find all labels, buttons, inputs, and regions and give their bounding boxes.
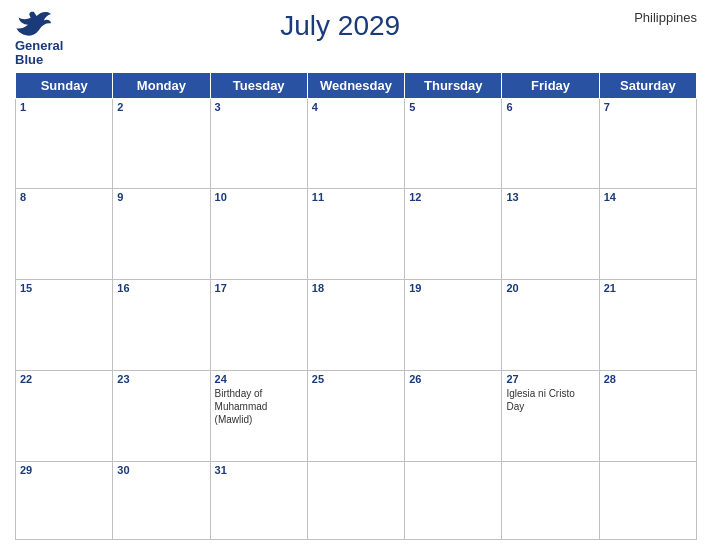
- day-number: 31: [215, 464, 303, 476]
- days-header-row: Sunday Monday Tuesday Wednesday Thursday…: [16, 72, 697, 98]
- calendar-cell: 3: [210, 98, 307, 189]
- calendar-cell: 20: [502, 280, 599, 371]
- day-number: 8: [20, 191, 108, 203]
- calendar-cell: 19: [405, 280, 502, 371]
- day-number: 27: [506, 373, 594, 385]
- day-number: 14: [604, 191, 692, 203]
- calendar-cell: 18: [307, 280, 404, 371]
- day-number: 9: [117, 191, 205, 203]
- day-number: 12: [409, 191, 497, 203]
- calendar-cell: 15: [16, 280, 113, 371]
- holiday-label: Birthday of Muhammad (Mawlid): [215, 387, 303, 426]
- calendar-cell: 13: [502, 189, 599, 280]
- calendar-cell: 10: [210, 189, 307, 280]
- calendar-cell: 16: [113, 280, 210, 371]
- calendar-cell: 8: [16, 189, 113, 280]
- calendar-page: General Blue July 2029 Philippines Sunda…: [0, 0, 712, 550]
- calendar-cell: 7: [599, 98, 696, 189]
- logo-line2: Blue: [15, 53, 63, 67]
- col-wednesday: Wednesday: [307, 72, 404, 98]
- day-number: 4: [312, 101, 400, 113]
- page-header: General Blue July 2029 Philippines: [15, 10, 697, 68]
- logo-icon: [15, 10, 51, 38]
- day-number: 25: [312, 373, 400, 385]
- day-number: 15: [20, 282, 108, 294]
- calendar-cell: 25: [307, 370, 404, 461]
- calendar-week-2: 891011121314: [16, 189, 697, 280]
- day-number: 18: [312, 282, 400, 294]
- day-number: 24: [215, 373, 303, 385]
- calendar-cell: 2: [113, 98, 210, 189]
- col-monday: Monday: [113, 72, 210, 98]
- calendar-week-5: 293031: [16, 461, 697, 539]
- day-number: 7: [604, 101, 692, 113]
- day-number: 29: [20, 464, 108, 476]
- calendar-title: July 2029: [63, 10, 617, 42]
- calendar-cell: [599, 461, 696, 539]
- day-number: 6: [506, 101, 594, 113]
- calendar-cell: 1: [16, 98, 113, 189]
- calendar-cell: 11: [307, 189, 404, 280]
- col-friday: Friday: [502, 72, 599, 98]
- calendar-cell: 5: [405, 98, 502, 189]
- calendar-cell: 22: [16, 370, 113, 461]
- calendar-body: 123456789101112131415161718192021222324B…: [16, 98, 697, 539]
- calendar-cell: [405, 461, 502, 539]
- day-number: 26: [409, 373, 497, 385]
- col-sunday: Sunday: [16, 72, 113, 98]
- col-thursday: Thursday: [405, 72, 502, 98]
- calendar-week-4: 222324Birthday of Muhammad (Mawlid)25262…: [16, 370, 697, 461]
- day-number: 13: [506, 191, 594, 203]
- calendar-cell: 31: [210, 461, 307, 539]
- calendar-cell: 26: [405, 370, 502, 461]
- calendar-cell: 6: [502, 98, 599, 189]
- holiday-label: Iglesia ni Cristo Day: [506, 387, 594, 413]
- col-tuesday: Tuesday: [210, 72, 307, 98]
- calendar-cell: 29: [16, 461, 113, 539]
- calendar-cell: 23: [113, 370, 210, 461]
- calendar-table: Sunday Monday Tuesday Wednesday Thursday…: [15, 72, 697, 540]
- day-number: 2: [117, 101, 205, 113]
- logo-line1: General: [15, 39, 63, 53]
- calendar-cell: 24Birthday of Muhammad (Mawlid): [210, 370, 307, 461]
- title-area: July 2029: [63, 10, 617, 42]
- day-number: 10: [215, 191, 303, 203]
- day-number: 16: [117, 282, 205, 294]
- day-number: 30: [117, 464, 205, 476]
- calendar-cell: 14: [599, 189, 696, 280]
- day-number: 3: [215, 101, 303, 113]
- day-number: 23: [117, 373, 205, 385]
- calendar-cell: 9: [113, 189, 210, 280]
- day-number: 5: [409, 101, 497, 113]
- day-number: 28: [604, 373, 692, 385]
- day-number: 19: [409, 282, 497, 294]
- col-saturday: Saturday: [599, 72, 696, 98]
- day-number: 17: [215, 282, 303, 294]
- calendar-cell: [307, 461, 404, 539]
- calendar-cell: 4: [307, 98, 404, 189]
- calendar-cell: 30: [113, 461, 210, 539]
- calendar-cell: 28: [599, 370, 696, 461]
- day-number: 22: [20, 373, 108, 385]
- calendar-cell: 12: [405, 189, 502, 280]
- day-number: 20: [506, 282, 594, 294]
- country-label: Philippines: [617, 10, 697, 25]
- calendar-cell: 27Iglesia ni Cristo Day: [502, 370, 599, 461]
- calendar-cell: 17: [210, 280, 307, 371]
- logo: General Blue: [15, 10, 63, 68]
- calendar-week-1: 1234567: [16, 98, 697, 189]
- day-number: 11: [312, 191, 400, 203]
- calendar-cell: 21: [599, 280, 696, 371]
- day-number: 21: [604, 282, 692, 294]
- day-number: 1: [20, 101, 108, 113]
- calendar-cell: [502, 461, 599, 539]
- calendar-week-3: 15161718192021: [16, 280, 697, 371]
